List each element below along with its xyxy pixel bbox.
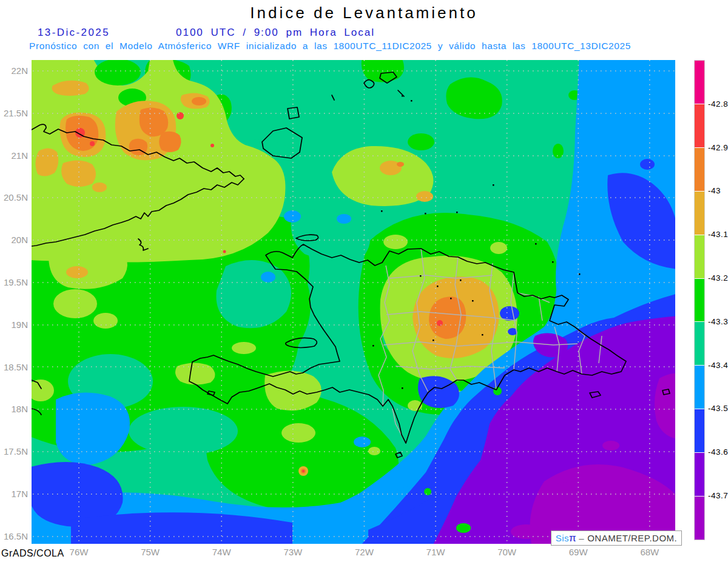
lon-tick-label: 72W — [355, 547, 374, 557]
forecast-map — [32, 60, 675, 544]
colorbar-tick-label: -43 — [708, 186, 721, 195]
page-title: Indice de Levantamiento — [250, 4, 477, 22]
forecast-date: 13-Dic-2025 — [38, 27, 110, 39]
colorbar-tick-label: -43.7 — [708, 491, 728, 500]
colorbar-segment — [695, 148, 704, 191]
lon-tick-label: 76W — [70, 547, 89, 557]
lat-tick-label: 18N — [0, 404, 28, 414]
lon-tick-label: 74W — [212, 547, 231, 557]
lat-tick-label: 19.5N — [0, 277, 28, 287]
colorbar-segment — [695, 409, 704, 452]
grads-plot-page: Indice de Levantamiento 13-Dic-2025 0100… — [0, 0, 728, 562]
lon-tick-label: 73W — [283, 547, 302, 557]
colorbar-tick-label: -43.5 — [708, 404, 728, 413]
colorbar-segment — [695, 453, 704, 496]
sispi-logo: Sis — [556, 533, 569, 543]
colorbar-tick-label: -42.8 — [708, 99, 728, 109]
model-subtitle: Pronóstico con el Modelo Atmósferico WRF… — [29, 41, 631, 52]
lat-tick-label: 18.5N — [0, 362, 28, 372]
colorbar-segment — [695, 192, 704, 235]
colorbar-segment — [695, 366, 704, 409]
forecast-time: 0100 UTC / 9:00 pm Hora Local — [176, 27, 375, 39]
grads-credit: GrADS/COLA — [1, 548, 64, 559]
lat-tick-label: 21N — [0, 150, 28, 161]
lat-tick-label: 16.5N — [0, 531, 28, 541]
colorbar-tick-label: -43.6 — [708, 447, 728, 457]
colorbar-segment — [695, 235, 704, 278]
colorbar-segment — [695, 497, 704, 540]
lat-tick-label: 19N — [0, 319, 28, 330]
dash-separator: – — [579, 533, 584, 543]
lon-tick-label: 75W — [141, 547, 160, 557]
colorbar-legend — [695, 61, 704, 540]
pi-icon: π — [569, 532, 576, 544]
colorbar-segment — [695, 61, 704, 104]
lat-tick-label: 17.5N — [0, 446, 28, 457]
lat-tick-label: 20N — [0, 235, 28, 245]
lon-tick-label: 70W — [497, 547, 516, 557]
onamet-label: ONAMET/REP.DOM. — [587, 533, 677, 543]
lon-tick-label: 71W — [426, 547, 445, 557]
lat-tick-label: 21.5N — [0, 108, 28, 118]
colorbar-segment — [695, 104, 704, 147]
lon-tick-label: 68W — [640, 547, 659, 557]
lat-tick-label: 22N — [0, 65, 28, 76]
colorbar-segment — [695, 279, 704, 322]
field-layer — [23, 57, 678, 549]
colorbar-segment — [695, 322, 704, 365]
sispi-onamet-badge: Sisπ–ONAMET/REP.DOM. — [551, 530, 682, 546]
lon-tick-label: 69W — [569, 547, 588, 557]
colorbar-tick-label: -43.1 — [708, 230, 728, 239]
colorbar-tick-label: -43.2 — [708, 273, 728, 283]
colorbar-tick-label: -43.4 — [708, 361, 728, 370]
colorbar-tick-label: -42.9 — [708, 143, 728, 152]
lat-tick-label: 20.5N — [0, 192, 28, 202]
lat-tick-label: 17N — [0, 489, 28, 499]
colorbar-tick-label: -43.3 — [708, 317, 728, 326]
